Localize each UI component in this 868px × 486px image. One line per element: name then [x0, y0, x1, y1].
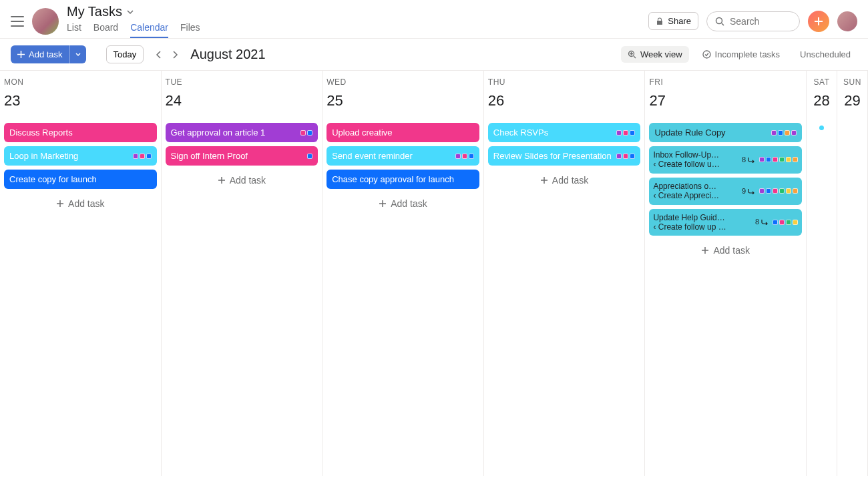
task-card[interactable]: Get approval on article 1: [166, 123, 318, 142]
task-subtitle: ‹ Create follow u…: [653, 160, 737, 169]
task-title: Appreciations o…: [653, 182, 737, 191]
share-button[interactable]: Share: [648, 12, 698, 30]
hamburger-menu[interactable]: [11, 16, 24, 27]
user-avatar-large[interactable]: [32, 8, 59, 35]
add-task-inline[interactable]: Add task: [166, 170, 318, 191]
day-name: THU: [488, 77, 641, 87]
task-title: Create copy for launch: [9, 174, 152, 184]
prev-period-button[interactable]: [156, 50, 162, 59]
add-task-label: Add task: [29, 49, 63, 59]
task-card[interactable]: Sign off Intern Proof: [166, 146, 318, 166]
task-title: Send event reminder: [332, 151, 451, 161]
tab-calendar[interactable]: Calendar: [130, 22, 168, 38]
add-task-inline[interactable]: Add task: [327, 193, 479, 214]
svg-point-2: [703, 51, 710, 58]
filter-toggle[interactable]: Incomplete tasks: [696, 46, 787, 63]
add-task-inline[interactable]: Add task: [488, 170, 641, 191]
task-card[interactable]: Inbox Follow-Up…‹ Create follow u…8: [649, 146, 802, 174]
project-color-dots: [616, 130, 635, 136]
project-color-dots: [773, 220, 798, 225]
day-number: 24: [166, 92, 318, 109]
task-title: Inbox Follow-Up…: [653, 150, 737, 160]
task-title: Discuss Reports: [9, 128, 152, 138]
day-name: SUN: [843, 77, 861, 87]
day-number: 28: [813, 92, 829, 109]
svg-point-0: [716, 17, 722, 23]
task-card[interactable]: Update Help Guid…‹ Create follow up …8: [649, 209, 802, 236]
task-subtitle: ‹ Create Appreci…: [653, 191, 737, 200]
subtask-count: 8: [755, 218, 769, 226]
add-task-button[interactable]: Add task: [11, 45, 69, 63]
task-card[interactable]: Upload creative: [327, 123, 479, 142]
day-column-sun: SUN29: [837, 71, 868, 476]
task-title: Update Rule Copy: [654, 128, 767, 138]
subtask-count: 8: [742, 156, 755, 164]
page-title: My Tasks: [67, 4, 122, 19]
chevron-down-icon: [75, 52, 81, 57]
day-number: 23: [4, 92, 157, 109]
day-number: 26: [488, 92, 641, 109]
day-column-sat: SAT28: [807, 71, 837, 476]
day-name: WED: [327, 77, 479, 87]
check-circle-icon: [702, 50, 711, 59]
lock-icon: [656, 17, 664, 25]
project-color-dots: [771, 130, 797, 136]
next-period-button[interactable]: [172, 50, 178, 59]
unscheduled-label: Unscheduled: [800, 49, 851, 59]
add-task-inline[interactable]: Add task: [649, 240, 802, 261]
day-number: 27: [649, 92, 802, 109]
global-add-button[interactable]: [808, 11, 829, 32]
day-name: FRI: [649, 77, 802, 87]
task-subtitle: ‹ Create follow up …: [653, 222, 750, 232]
task-title: Check RSVPs: [493, 128, 613, 138]
task-card[interactable]: Review Slides for Presentation: [488, 146, 641, 166]
subtask-count: 9: [742, 187, 755, 196]
task-card[interactable]: Send event reminder: [327, 146, 479, 166]
task-card[interactable]: Discuss Reports: [4, 123, 157, 142]
add-task-inline[interactable]: Add task: [4, 193, 157, 214]
user-avatar-small[interactable]: [837, 11, 857, 31]
task-title: Review Slides for Presentation: [493, 151, 613, 161]
task-card[interactable]: Appreciations o…‹ Create Appreci…9: [649, 178, 802, 205]
search-box[interactable]: [706, 11, 800, 31]
task-title: Get approval on article 1: [171, 128, 297, 138]
zoom-icon: [628, 50, 636, 59]
day-column-mon: MON23Discuss ReportsLoop in MarketingCre…: [0, 71, 162, 476]
day-name: TUE: [166, 77, 318, 87]
project-color-dots: [455, 154, 474, 159]
day-column-thu: THU26Check RSVPsReview Slides for Presen…: [484, 71, 646, 476]
day-column-fri: FRI27Update Rule CopyInbox Follow-Up…‹ C…: [645, 71, 807, 476]
tab-files[interactable]: Files: [180, 22, 200, 38]
add-task-dropdown[interactable]: [69, 45, 86, 63]
search-icon: [715, 17, 724, 26]
task-title: Sign off Intern Proof: [171, 151, 304, 161]
day-name: SAT: [814, 77, 830, 87]
month-label: August 2021: [190, 47, 265, 62]
day-name: MON: [4, 77, 157, 87]
project-color-dots: [759, 188, 798, 194]
task-indicator-dot[interactable]: [819, 126, 824, 130]
view-toggle[interactable]: Week view: [621, 46, 689, 63]
today-button[interactable]: Today: [106, 45, 144, 63]
unscheduled-toggle[interactable]: Unscheduled: [793, 46, 857, 63]
search-input[interactable]: [730, 16, 783, 27]
chevron-down-icon[interactable]: [126, 8, 134, 16]
project-color-dots: [300, 130, 312, 136]
task-card[interactable]: Update Rule Copy: [649, 123, 802, 142]
task-card[interactable]: Chase copy approval for launch: [327, 170, 479, 189]
project-color-dots: [133, 154, 152, 159]
task-card[interactable]: Check RSVPs: [488, 123, 641, 142]
plus-icon: [814, 17, 823, 26]
view-label: Week view: [640, 49, 682, 59]
day-number: 25: [327, 92, 479, 109]
plus-icon: [17, 51, 25, 58]
tab-board[interactable]: Board: [93, 22, 118, 38]
task-card[interactable]: Loop in Marketing: [4, 146, 157, 166]
tab-list[interactable]: List: [67, 22, 81, 38]
task-card[interactable]: Create copy for launch: [4, 170, 157, 189]
task-title: Chase copy approval for launch: [332, 174, 474, 184]
task-title: Loop in Marketing: [9, 151, 129, 161]
project-color-dots: [616, 154, 635, 159]
day-number: 29: [844, 92, 860, 109]
project-color-dots: [759, 157, 798, 162]
